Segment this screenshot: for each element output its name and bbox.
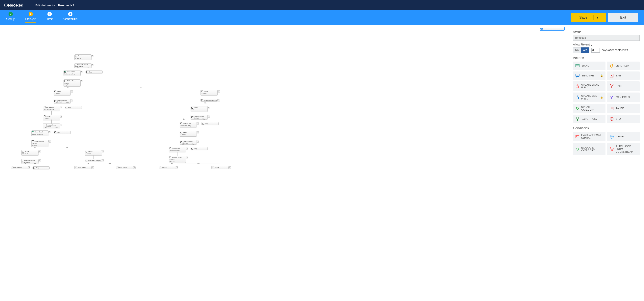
flow-node-stop[interactable]: Stop	[86, 70, 103, 74]
step-schedule[interactable]: 4Schedule	[63, 12, 78, 21]
branch-label-no: No	[183, 118, 184, 120]
flow-node-pause[interactable]: Pause✎	[159, 166, 176, 169]
step-design[interactable]: 2Design	[25, 12, 36, 23]
flow-node-stop[interactable]: Stop	[190, 147, 208, 150]
edit-icon[interactable]: ✎	[38, 150, 41, 153]
lock-icon: 🔒	[600, 96, 603, 99]
flow-node-send_email[interactable]: Send EmailSelect a mailing✎	[169, 147, 186, 152]
edit-icon[interactable]: ✎	[186, 147, 188, 150]
edit-icon[interactable]: ✎	[197, 140, 199, 142]
edit-icon[interactable]: ✎	[208, 115, 210, 118]
flow-node-pause[interactable]: Pause3 Hours✎	[200, 90, 218, 96]
step-setup[interactable]: ✓Setup	[6, 12, 15, 21]
flow-canvas[interactable]: Pause1 Weeks✎Evaluate Email Contact✎Send…	[0, 24, 568, 301]
edit-icon[interactable]: ✎	[92, 55, 94, 57]
flow-node-stop[interactable]: Stop	[54, 131, 71, 134]
action-update-email-field[interactable]: UPDATE EMAIL FIELD	[573, 82, 606, 91]
edit-icon[interactable]: ✎	[38, 160, 41, 162]
edit-icon[interactable]: ✎	[48, 140, 51, 142]
edit-icon[interactable]: ✎	[60, 124, 62, 126]
reentry-label: Allow Re-entry	[573, 43, 640, 46]
svg-point-3	[576, 75, 577, 76]
branch-label-no: No	[171, 163, 173, 164]
branch-label-no: No	[56, 102, 58, 104]
flow-node-eval_email[interactable]: Evaluate Email Contact✎	[190, 115, 208, 120]
edit-icon[interactable]: ✎	[92, 64, 94, 66]
edit-icon[interactable]: ✎	[92, 166, 94, 169]
action-update-category[interactable]: UPDATE CATEGORY	[573, 104, 606, 113]
edit-icon[interactable]: ✎	[218, 90, 220, 93]
condition-purchased-from-clickstream[interactable]: PURCHASED FROM CLICKSTREAM	[607, 143, 640, 155]
edit-icon[interactable]: ✎	[60, 115, 62, 118]
flow-node-clicked_email[interactable]: Clicked EmailClickedAny Url✎	[31, 140, 48, 147]
branch-label-yes: Yes	[192, 143, 194, 145]
edit-icon[interactable]: ✎	[186, 156, 188, 158]
edit-icon[interactable]: ✎	[208, 106, 210, 109]
flow-node-eval_cat[interactable]: Evaluate Category✎	[200, 99, 218, 102]
edit-icon[interactable]: ✎	[176, 166, 178, 169]
pause-icon	[610, 106, 614, 110]
edit-icon[interactable]: ✎	[60, 106, 62, 108]
flow-node-stop[interactable]: Stop	[65, 106, 82, 109]
edit-icon[interactable]: ✎	[133, 166, 136, 169]
action-email[interactable]: EMAIL	[573, 62, 606, 70]
flow-node-eval_cat[interactable]: Evaluate Category✎	[85, 159, 102, 162]
upd-icon	[575, 84, 579, 88]
svg-point-22	[612, 150, 613, 151]
sms-icon	[575, 74, 580, 78]
edit-icon[interactable]: ✎	[71, 99, 73, 102]
condition-evaluate-category[interactable]: EVALUATE CATEGORY	[573, 143, 606, 155]
action-split[interactable]: SPLIT	[607, 82, 640, 91]
edit-icon[interactable]: ✎	[80, 71, 83, 73]
flow-node-clicked_email[interactable]: Clicked EmailClickedAny Url✎	[169, 156, 186, 163]
status-field[interactable]: Template	[573, 35, 640, 41]
save-button[interactable]: Save▾	[571, 13, 606, 22]
edit-icon[interactable]: ✎	[197, 122, 199, 125]
svg-rect-13	[611, 108, 612, 110]
flow-node-pause[interactable]: Pause1 Weeks✎	[180, 131, 197, 136]
action-join-paths[interactable]: JOIN PATHS	[607, 92, 640, 102]
action-exit[interactable]: EXIT	[607, 72, 640, 80]
flow-node-send_email[interactable]: Send EmailSelect a mailing✎	[31, 130, 48, 136]
action-lead-alert[interactable]: LEAD ALERT	[607, 62, 640, 70]
flow-node-send_email[interactable]: Send EmailSelect a mailing✎	[43, 106, 60, 111]
reentry-no[interactable]: No	[573, 48, 581, 52]
exit-button[interactable]: Exit	[608, 13, 638, 22]
edit-icon[interactable]: ✎	[218, 99, 220, 102]
condition-viewed[interactable]: VIEWED	[607, 132, 640, 141]
lock-icon: 🔒	[600, 74, 603, 77]
step-test[interactable]: 3Test	[46, 12, 53, 21]
flow-node-stop[interactable]: Stop	[32, 166, 50, 169]
action-update-sms-field[interactable]: UPDATE SMS FIELD🔒	[573, 92, 606, 102]
edit-icon[interactable]: ✎	[197, 132, 199, 134]
edit-icon[interactable]: ✎	[102, 150, 104, 153]
action-export-csv[interactable]: EXPORT CSV	[573, 115, 606, 123]
edit-icon[interactable]: ✎	[80, 80, 83, 82]
save-dropdown-icon[interactable]: ▾	[594, 15, 598, 20]
action-stop[interactable]: STOP	[607, 115, 640, 123]
svg-point-1	[612, 67, 612, 68]
flow-node-pause[interactable]: Pause✎	[212, 166, 228, 169]
svg-rect-9	[613, 84, 614, 85]
reentry-toggle[interactable]: No Yes	[573, 47, 590, 53]
branch-label-no: No	[34, 147, 36, 148]
flow-node-send_email[interactable]: Send Email✎	[74, 166, 92, 169]
edit-icon[interactable]: ✎	[228, 166, 231, 169]
condition-evaluate-email-contact[interactable]: EVALUATE EMAIL CONTACT	[573, 132, 606, 141]
edit-icon[interactable]: ✎	[102, 160, 104, 162]
flow-node-send_email[interactable]: Send EmailSelect a mailing✎	[64, 70, 80, 76]
action-pause[interactable]: PAUSE	[607, 104, 640, 113]
action-send-sms[interactable]: SEND SMS🔒	[573, 72, 606, 80]
flow-node-stop[interactable]: Stop	[202, 122, 218, 125]
flow-node-export_csv[interactable]: Export Csv✎	[116, 166, 133, 169]
zoom-slider[interactable]	[540, 27, 564, 30]
edit-icon[interactable]: ✎	[71, 90, 73, 93]
edit-icon[interactable]: ✎	[48, 131, 51, 133]
branch-label-yes: Yes	[108, 162, 111, 164]
evalc-icon	[575, 134, 579, 139]
branch-label-yes: Yes	[55, 127, 58, 129]
flow-node-send_email[interactable]: Send Email✎	[11, 166, 28, 169]
edit-icon[interactable]: ✎	[28, 166, 30, 169]
reentry-yes[interactable]: Yes	[581, 48, 589, 52]
reentry-days-input[interactable]	[592, 48, 600, 52]
